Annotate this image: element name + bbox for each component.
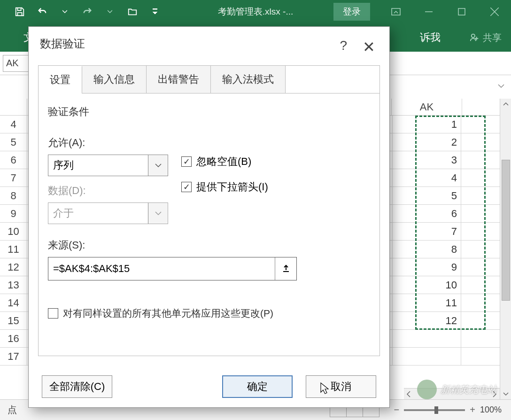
tell-me-label[interactable]: 诉我 (420, 31, 441, 45)
maximize-icon[interactable] (445, 0, 478, 23)
row-header[interactable]: 12 (0, 258, 27, 276)
zoom-slider-thumb[interactable] (434, 406, 438, 414)
save-icon[interactable] (11, 3, 28, 20)
clear-all-button[interactable]: 全部清除(C) (42, 375, 112, 398)
dropdown-arrow-checkbox[interactable]: 提供下拉箭头(I) (181, 180, 268, 194)
cell[interactable]: 8 (393, 241, 461, 258)
row-header[interactable]: 16 (0, 330, 27, 347)
tab-ime-mode[interactable]: 输入法模式 (211, 66, 286, 93)
watermark-logo-icon (417, 380, 437, 399)
login-button[interactable]: 登录 (333, 3, 370, 21)
expand-formula-bar-icon[interactable] (498, 83, 504, 89)
titlebar: 考勤管理表.xlsx -... 登录 (0, 0, 511, 23)
cell[interactable]: 5 (393, 187, 461, 204)
cell[interactable]: 11 (393, 294, 461, 311)
data-value: 介于 (48, 203, 148, 224)
name-box[interactable]: AK (3, 55, 29, 72)
tab-settings[interactable]: 设置 (39, 66, 82, 93)
col-header-ak[interactable]: AK (392, 99, 462, 115)
row-header[interactable]: 6 (0, 151, 27, 169)
settings-panel: 验证条件 允许(A): 序列 数据(D): 介于 忽略空值(B) (38, 93, 380, 356)
watermark-text: 新精英充电站 (441, 383, 497, 396)
row-header[interactable]: 7 (0, 169, 27, 187)
cell[interactable] (393, 330, 461, 347)
chevron-down-icon (148, 203, 168, 224)
status-mode: 点 (0, 404, 17, 416)
row-header[interactable]: 5 (0, 133, 27, 151)
scroll-up-icon[interactable] (500, 99, 511, 110)
zoom-in-icon[interactable]: + (470, 404, 475, 415)
range-picker-icon[interactable] (275, 257, 296, 280)
cell[interactable]: 2 (393, 133, 461, 151)
window-controls (379, 0, 511, 23)
qat-more-icon[interactable] (147, 3, 163, 20)
scroll-left-icon[interactable] (406, 391, 412, 397)
cell[interactable]: 4 (393, 169, 461, 187)
row-header[interactable]: 9 (0, 205, 27, 222)
zoom-slider[interactable] (404, 409, 465, 411)
row-header[interactable]: 10 (0, 223, 27, 240)
svg-point-6 (472, 34, 475, 38)
allow-value: 序列 (48, 155, 148, 176)
row-header[interactable]: 17 (0, 348, 27, 365)
tab-error-alert[interactable]: 出错警告 (147, 66, 211, 93)
share-icon (470, 32, 480, 43)
zoom-out-icon[interactable]: − (394, 404, 400, 415)
cell[interactable]: 9 (393, 258, 461, 276)
scroll-down-icon[interactable] (500, 388, 511, 399)
dialog-close-icon[interactable]: ✕ (363, 38, 375, 56)
share-label: 共享 (483, 31, 502, 44)
close-icon[interactable] (478, 0, 511, 23)
cell[interactable]: 10 (393, 276, 461, 294)
ignore-blank-checkbox[interactable]: 忽略空值(B) (181, 155, 268, 169)
select-all-corner[interactable] (0, 99, 27, 115)
ignore-blank-label: 忽略空值(B) (196, 155, 251, 169)
cell[interactable]: 6 (393, 205, 461, 222)
source-label: 来源(S): (48, 238, 370, 252)
row-header[interactable]: 15 (0, 312, 27, 329)
zoom-percent[interactable]: 100% (480, 405, 502, 415)
minimize-icon[interactable] (412, 0, 445, 23)
checkbox-icon (181, 156, 192, 167)
dropdown-arrow-label: 提供下拉箭头(I) (196, 180, 268, 194)
apply-to-all-label: 对有同样设置的所有其他单元格应用这些更改(P) (63, 307, 273, 320)
ribbon-display-icon[interactable] (379, 0, 412, 23)
row-header[interactable]: 8 (0, 187, 27, 204)
row-header[interactable]: 4 (0, 116, 27, 133)
redo-dropdown-icon[interactable] (101, 3, 118, 20)
allow-dropdown[interactable]: 序列 (48, 155, 168, 176)
help-icon[interactable]: ? (340, 38, 347, 53)
undo-icon[interactable] (34, 3, 51, 20)
apply-to-all-checkbox[interactable]: 对有同样设置的所有其他单元格应用这些更改(P) (48, 307, 370, 320)
allow-label: 允许(A): (48, 136, 168, 150)
row-header[interactable]: 11 (0, 241, 27, 258)
validation-criteria-label: 验证条件 (48, 105, 370, 119)
ok-button[interactable]: 确定 (222, 375, 293, 398)
share-button[interactable]: 共享 (470, 31, 502, 44)
cell[interactable]: 1 (393, 116, 461, 133)
row-header[interactable]: 13 (0, 276, 27, 294)
row-header[interactable]: 14 (0, 294, 27, 311)
cell[interactable]: 7 (393, 223, 461, 240)
window-title: 考勤管理表.xlsx -... (218, 6, 293, 18)
cell[interactable]: 12 (393, 312, 461, 329)
data-label: 数据(D): (48, 184, 168, 198)
checkbox-icon (48, 308, 58, 319)
svg-rect-3 (458, 8, 465, 15)
vertical-scrollbar[interactable] (500, 99, 511, 399)
undo-dropdown-icon[interactable] (56, 3, 73, 20)
cell[interactable] (393, 348, 461, 365)
tab-input-message[interactable]: 输入信息 (82, 66, 147, 93)
chevron-down-icon[interactable] (148, 155, 168, 176)
dialog-titlebar[interactable]: 数据验证 ? ✕ (29, 27, 389, 61)
zoom-controls: − + 100% (394, 404, 502, 415)
dialog-title: 数据验证 (40, 36, 85, 51)
source-input-row (48, 257, 297, 280)
open-icon[interactable] (124, 3, 141, 20)
cell[interactable]: 3 (393, 151, 461, 169)
svg-rect-7 (283, 271, 289, 272)
cancel-button[interactable]: 取消 (306, 375, 376, 398)
vertical-scroll-thumb[interactable] (502, 160, 510, 301)
source-input[interactable] (48, 257, 275, 280)
redo-icon[interactable] (79, 3, 96, 20)
